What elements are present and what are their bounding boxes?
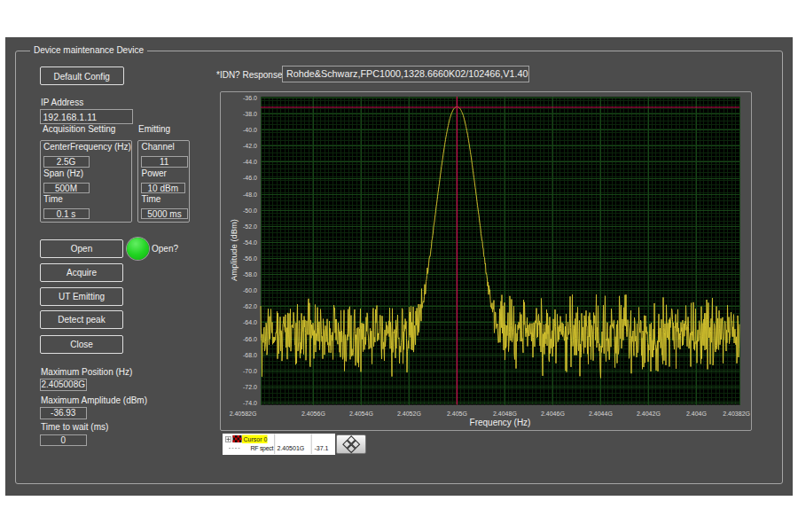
svg-text:2.40501G: 2.40501G — [278, 445, 305, 451]
svg-text:-64.0: -64.0 — [243, 319, 257, 325]
svg-text:2.4056G: 2.4056G — [301, 411, 325, 417]
svg-text:-46.0: -46.0 — [243, 175, 257, 181]
svg-text:-54.0: -54.0 — [243, 239, 257, 245]
svg-text:-48.0: -48.0 — [243, 191, 257, 197]
svg-text:-56.0: -56.0 — [243, 255, 257, 262]
svg-text:2.4044G: 2.4044G — [588, 411, 612, 417]
svg-text:-40.0: -40.0 — [243, 127, 257, 133]
svg-text:2.40382G: 2.40382G — [723, 411, 750, 417]
svg-text:-37.1: -37.1 — [315, 445, 329, 451]
svg-text:2.405G: 2.405G — [446, 411, 466, 417]
svg-text:Frequency (Hz): Frequency (Hz) — [469, 417, 530, 426]
svg-text:-50.0: -50.0 — [243, 207, 257, 213]
svg-text:-42.0: -42.0 — [243, 143, 257, 149]
svg-text:-72.0: -72.0 — [243, 383, 257, 389]
svg-text:2.40582G: 2.40582G — [229, 411, 256, 417]
svg-text:Amplitude (dBm): Amplitude (dBm) — [228, 219, 238, 281]
svg-text:2.404G: 2.404G — [685, 411, 706, 417]
svg-text:-62.0: -62.0 — [243, 303, 257, 309]
svg-text:Cursor 0: Cursor 0 — [244, 436, 268, 442]
svg-text:-52.0: -52.0 — [243, 223, 257, 229]
svg-text:-70.0: -70.0 — [243, 367, 257, 373]
svg-text:-38.0: -38.0 — [243, 111, 257, 117]
svg-text:2.4054G: 2.4054G — [348, 411, 372, 417]
svg-text:-44.0: -44.0 — [243, 159, 257, 165]
svg-text:2.4052G: 2.4052G — [396, 411, 420, 417]
svg-text:2.4048G: 2.4048G — [492, 411, 516, 417]
svg-text:-60.0: -60.0 — [243, 287, 257, 293]
svg-text:-66.0: -66.0 — [243, 335, 257, 341]
svg-text:-68.0: -68.0 — [243, 351, 257, 357]
svg-text:RF spect: RF spect — [251, 445, 274, 452]
svg-text:2.4046G: 2.4046G — [540, 411, 564, 417]
svg-text:-36.0: -36.0 — [243, 94, 257, 100]
svg-text:-58.0: -58.0 — [243, 271, 257, 278]
svg-text:2.4042G: 2.4042G — [636, 411, 660, 417]
svg-text:-74.0: -74.0 — [243, 399, 257, 405]
